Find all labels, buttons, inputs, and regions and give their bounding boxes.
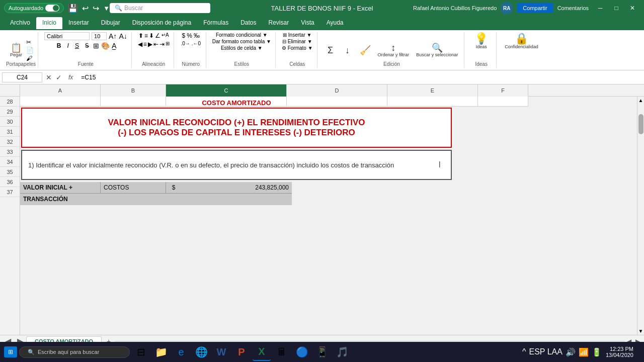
row-34[interactable]: 34 <box>0 157 20 167</box>
row-29[interactable]: 29 <box>0 107 20 117</box>
cell-e28[interactable] <box>387 97 478 107</box>
row-32[interactable]: 32 <box>0 137 20 147</box>
col-header-d[interactable]: D <box>287 84 387 97</box>
sort-filter-button[interactable]: ↕ Ordenar y filtrar <box>376 42 412 58</box>
tab-revisar[interactable]: Revisar <box>263 17 295 29</box>
align-left-button[interactable]: ◀ <box>138 41 142 48</box>
col-header-c[interactable]: C <box>166 84 287 97</box>
minimize-button[interactable]: ─ <box>593 3 608 13</box>
title-search[interactable]: 🔍 Buscar <box>110 3 210 13</box>
align-center-button[interactable]: ≡ <box>143 41 147 48</box>
save-icon[interactable]: 💾 <box>68 4 78 13</box>
align-top-button[interactable]: ⬆ <box>138 32 143 39</box>
col-header-e[interactable]: E <box>387 84 478 97</box>
cell-styles-button[interactable]: Estilos de celda ▼ <box>221 45 263 51</box>
name-box[interactable] <box>2 72 42 82</box>
tab-ayuda[interactable]: Ayuda <box>320 17 350 29</box>
cell-a28[interactable] <box>20 97 101 107</box>
cut-button[interactable]: ✂ <box>26 39 34 46</box>
tab-datos[interactable]: Datos <box>234 17 262 29</box>
redo-icon[interactable]: ↪ <box>93 4 99 13</box>
format-cells-button[interactable]: ⚙ Formato ▼ <box>282 45 313 51</box>
align-middle-button[interactable]: ≡ <box>144 32 148 39</box>
indent-decrease-button[interactable]: ⇤ <box>153 41 158 48</box>
cell-f28[interactable] <box>478 97 528 107</box>
bold-button[interactable]: B <box>55 42 63 50</box>
tray-show-hidden[interactable]: ^ <box>522 347 526 356</box>
tab-insertar[interactable]: Insertar <box>62 17 95 29</box>
tab-inicio[interactable]: Inicio <box>36 17 62 29</box>
col-header-b[interactable]: B <box>101 84 166 97</box>
comments-button[interactable]: Comentarios <box>557 5 589 11</box>
restore-button[interactable]: □ <box>609 3 624 13</box>
close-button[interactable]: ✕ <box>625 3 640 13</box>
row-30[interactable]: 30 <box>0 117 20 127</box>
share-button[interactable]: Compartir <box>517 3 553 13</box>
taskbar-search[interactable]: 🔍 Escribe aquí para buscar <box>19 346 130 358</box>
confidencialidad-button[interactable]: 🔒 Confidencialidad <box>503 32 540 50</box>
taskbar-task-view[interactable]: ⊟ <box>132 343 150 361</box>
taskbar-app-9[interactable]: 📱 <box>313 343 331 361</box>
percent-button[interactable]: % <box>187 32 192 39</box>
decimal-decrease-button[interactable]: .←0 <box>192 41 201 46</box>
tab-dibujar[interactable]: Dibujar <box>95 17 126 29</box>
font-size-decrease[interactable]: A↓ <box>119 32 127 40</box>
taskbar-edge[interactable]: e <box>172 343 190 361</box>
sum-button[interactable]: Σ <box>324 45 338 56</box>
paste-button[interactable]: 📋 Pegar <box>8 42 24 58</box>
strikethrough-button[interactable]: S̶ <box>83 42 91 50</box>
taskbar-ie[interactable]: 🌐 <box>192 343 210 361</box>
font-color-button[interactable]: A̲ <box>112 42 117 50</box>
align-right-button[interactable]: ▶ <box>148 41 152 48</box>
tab-disposicion[interactable]: Disposición de página <box>126 17 197 29</box>
taskbar-excel[interactable]: X <box>253 343 271 361</box>
formula-input[interactable] <box>78 73 642 82</box>
vertical-scrollbar[interactable]: ▲ ▼ <box>637 97 644 335</box>
cell-d28[interactable] <box>287 97 387 107</box>
scroll-up-button[interactable]: ▲ <box>637 97 644 104</box>
tab-archivo[interactable]: Archivo <box>4 17 36 29</box>
find-select-button[interactable]: 🔍 Buscar y seleccionar <box>414 42 460 58</box>
borders-button[interactable]: ⊞ <box>93 42 99 50</box>
thousands-button[interactable]: ‰ <box>194 32 200 39</box>
scrollbar-thumb[interactable] <box>638 114 643 134</box>
row-37[interactable]: 37 <box>0 187 20 197</box>
formula-cancel-button[interactable]: ✕ <box>44 73 53 81</box>
taskbar-app-10[interactable]: 🎵 <box>333 343 351 361</box>
row-28[interactable]: 28 <box>0 97 20 107</box>
col-header-a[interactable]: A <box>20 84 101 97</box>
row-33[interactable]: 33 <box>0 147 20 157</box>
taskbar-powerpoint[interactable]: P <box>232 343 251 361</box>
row-36[interactable]: 36 <box>0 177 20 187</box>
row-35[interactable]: 35 <box>0 167 20 177</box>
cell-b28[interactable] <box>101 97 166 107</box>
align-bottom-button[interactable]: ⬇ <box>149 32 154 39</box>
fill-button[interactable]: ↓ <box>341 45 355 56</box>
text-angle-button[interactable]: ∠ <box>155 32 160 39</box>
font-family-input[interactable] <box>44 32 90 40</box>
tray-sound[interactable]: 🔊 <box>566 347 576 357</box>
formula-confirm-button[interactable]: ✓ <box>54 73 63 81</box>
decimal-increase-button[interactable]: .0→ <box>181 41 190 46</box>
tab-vista[interactable]: Vista <box>295 17 320 29</box>
scroll-down-button[interactable]: ▼ <box>637 327 644 335</box>
undo-icon[interactable]: ↩ <box>82 4 89 13</box>
row-31[interactable]: 31 <box>0 127 20 137</box>
merge-center-button[interactable]: ⊞ <box>166 41 170 48</box>
cell-c28[interactable] <box>166 97 287 107</box>
tray-network[interactable]: 📶 <box>579 347 589 357</box>
italic-button[interactable]: I <box>65 42 71 50</box>
taskbar-word[interactable]: W <box>212 343 230 361</box>
clear-button[interactable]: 🧹 <box>358 45 373 56</box>
ideas-button[interactable]: 💡 Ideas <box>472 32 490 50</box>
tab-formulas[interactable]: Fórmulas <box>197 17 234 29</box>
taskbar-chrome[interactable]: 🔵 <box>293 343 311 361</box>
autosave-toggle[interactable]: Autoguardado <box>4 3 64 13</box>
start-button[interactable]: ⊞ <box>4 346 17 357</box>
underline-button[interactable]: S <box>73 42 81 50</box>
font-size-input[interactable] <box>92 32 107 40</box>
taskbar-calculator[interactable]: 🖩 <box>273 343 291 361</box>
wrap-text-button[interactable]: ↵A <box>162 32 169 39</box>
insert-cells-button[interactable]: ⊞ Insertar ▼ <box>283 32 311 38</box>
format-as-table-button[interactable]: Dar formato como tabla ▼ <box>212 39 271 44</box>
